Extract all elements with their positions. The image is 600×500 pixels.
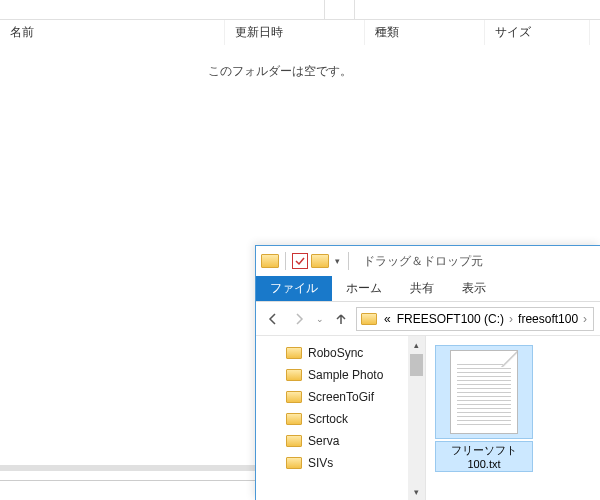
qat-separator xyxy=(285,252,286,270)
tab-view[interactable]: 表示 xyxy=(448,276,500,301)
scroll-down-icon[interactable]: ▾ xyxy=(408,483,425,500)
tab-share[interactable]: 共有 xyxy=(396,276,448,301)
folder-icon[interactable] xyxy=(311,254,329,268)
tree-item[interactable]: SIVs xyxy=(258,452,423,474)
tab-home[interactable]: ホーム xyxy=(332,276,396,301)
explorer-body: RoboSync Sample Photo ScreenToGif Scrtoc… xyxy=(256,336,600,500)
back-toolbar xyxy=(0,0,600,20)
folder-icon xyxy=(361,313,377,325)
file-content-area[interactable]: フリーソフト100.txt xyxy=(426,336,600,500)
folder-icon xyxy=(286,413,302,425)
column-headers: 名前 更新日時 種類 サイズ xyxy=(0,20,600,45)
chevron-right-icon[interactable]: › xyxy=(507,312,515,326)
column-date[interactable]: 更新日時 xyxy=(225,20,365,45)
tree-item[interactable]: ScreenToGif xyxy=(258,386,423,408)
tree-item-label: SIVs xyxy=(308,456,333,470)
breadcrumb-folder[interactable]: freesoft100 xyxy=(515,312,581,326)
navigation-tree: RoboSync Sample Photo ScreenToGif Scrtoc… xyxy=(256,336,426,500)
qat-checkbox-icon[interactable] xyxy=(292,253,308,269)
nav-recent-dropdown[interactable]: ⌄ xyxy=(314,308,326,330)
scroll-thumb[interactable] xyxy=(410,354,423,376)
ribbon-tabs: ファイル ホーム 共有 表示 xyxy=(256,276,600,302)
column-type[interactable]: 種類 xyxy=(365,20,485,45)
folder-icon xyxy=(261,254,279,268)
breadcrumb-prefix: « xyxy=(381,312,394,326)
scroll-up-icon[interactable]: ▴ xyxy=(408,336,425,353)
qat-separator xyxy=(348,252,349,270)
empty-folder-message: このフォルダーは空です。 xyxy=(0,63,560,80)
nav-forward-button[interactable] xyxy=(288,308,310,330)
nav-up-button[interactable] xyxy=(330,308,352,330)
window-title: ドラッグ＆ドロップ元 xyxy=(363,253,483,270)
folder-icon xyxy=(286,347,302,359)
folder-icon xyxy=(286,435,302,447)
chevron-right-icon[interactable]: › xyxy=(581,312,589,326)
breadcrumb[interactable]: « FREESOFT100 (C:) › freesoft100 › xyxy=(356,307,594,331)
file-name-label[interactable]: フリーソフト100.txt xyxy=(436,442,532,471)
foreground-explorer-window: ▾ ドラッグ＆ドロップ元 ファイル ホーム 共有 表示 ⌄ « FREESOFT… xyxy=(255,245,600,500)
nav-back-button[interactable] xyxy=(262,308,284,330)
tree-item-label: RoboSync xyxy=(308,346,363,360)
qat-dropdown-icon[interactable]: ▾ xyxy=(332,256,342,266)
column-size[interactable]: サイズ xyxy=(485,20,590,45)
tree-scrollbar[interactable]: ▴ ▾ xyxy=(408,336,425,500)
column-name[interactable]: 名前 xyxy=(0,20,225,45)
file-item[interactable]: フリーソフト100.txt xyxy=(436,346,532,471)
tree-item[interactable]: Serva xyxy=(258,430,423,452)
text-file-icon xyxy=(450,350,518,434)
address-bar: ⌄ « FREESOFT100 (C:) › freesoft100 › xyxy=(256,302,600,336)
tree-item-label: Scrtock xyxy=(308,412,348,426)
tree-item-label: Sample Photo xyxy=(308,368,383,382)
tree-item-label: ScreenToGif xyxy=(308,390,374,404)
tree-item[interactable]: RoboSync xyxy=(258,342,423,364)
folder-icon xyxy=(286,369,302,381)
folder-icon xyxy=(286,391,302,403)
folder-icon xyxy=(286,457,302,469)
tab-file[interactable]: ファイル xyxy=(256,276,332,301)
breadcrumb-drive[interactable]: FREESOFT100 (C:) xyxy=(394,312,507,326)
titlebar: ▾ ドラッグ＆ドロップ元 xyxy=(256,246,600,276)
tree-item[interactable]: Sample Photo xyxy=(258,364,423,386)
tree-item-label: Serva xyxy=(308,434,339,448)
tree-item[interactable]: Scrtock xyxy=(258,408,423,430)
